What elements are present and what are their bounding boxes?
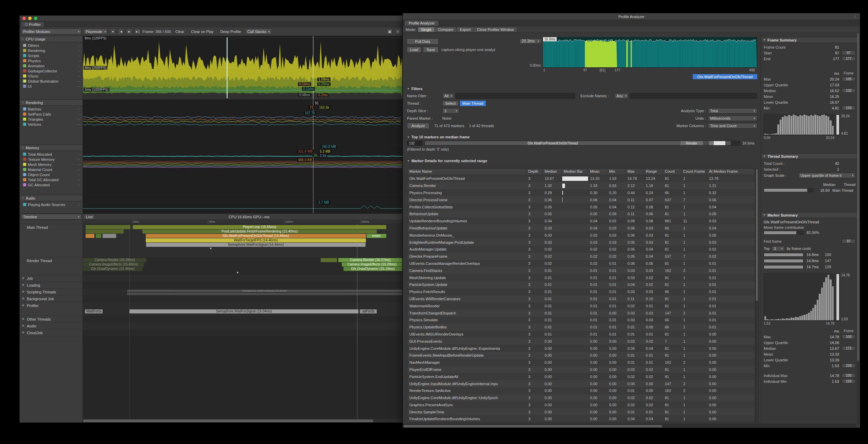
top-n-dropdown[interactable]: 3 ▾ — [772, 246, 785, 251]
zoom-window-button[interactable] — [34, 17, 37, 20]
thread-row[interactable]: Main Thread — [20, 224, 83, 257]
table-row[interactable]: Monobehaviour.OnMouse_ 3 0.03 0.03 0.03 … — [407, 232, 755, 239]
expand-icon[interactable]: ▶ — [22, 283, 25, 286]
table-row[interactable]: UIEvents.WillRenderCanvases 3 0.01 0.01 … — [407, 295, 755, 303]
frame-jump-button[interactable]: 97 — [842, 239, 855, 243]
analyze-button[interactable]: Analyze — [407, 123, 429, 129]
thread-select-button[interactable]: Select — [442, 101, 459, 106]
timeline-marker-bar[interactable]: Camera.ImageEffects (15.48ms) — [83, 262, 144, 267]
record-icon[interactable]: ● — [110, 29, 116, 34]
timeline-marker-bar[interactable] — [103, 234, 116, 238]
top10-foldout[interactable]: ▼ Top 10 markers on median frame — [407, 135, 470, 139]
table-row[interactable]: AudioManager.Update 3 0.02 0.02 0.02 0.0… — [407, 246, 755, 253]
expand-icon[interactable]: ▶ — [22, 331, 25, 334]
thread-median-row[interactable]: 16.50 Main Thread — [764, 187, 855, 193]
tab-profile-analyzer[interactable]: Profile Analyzer — [404, 20, 439, 26]
top10-segment[interactable]: Render — [680, 141, 703, 145]
analyzer-titlebar[interactable]: Profile Analyzer ⋮ — [403, 13, 860, 20]
table-row[interactable]: Camera.Render 3 1.32 1.33 0.93 2.12 1.19… — [407, 182, 755, 189]
timeline-marker-bar[interactable]: Semaphore.WaitForSignal (14.44ms) — [146, 243, 366, 247]
module-header-memory[interactable]: ⠿ Memory — [20, 145, 83, 151]
current-frame-icon[interactable]: ►| — [134, 29, 140, 34]
timeline-marker-bar[interactable] — [86, 234, 94, 238]
module-header-cpu-usage[interactable]: ⠿ CPU Usage — [20, 36, 83, 42]
timeline-marker-bar[interactable]: Gfx.DrawDynamic (15.19ms) — [343, 267, 402, 271]
expand-icon[interactable]: ▶ — [22, 317, 25, 320]
name-filter-input[interactable] — [456, 93, 575, 99]
clear-button[interactable]: Clear — [173, 29, 187, 34]
timeline-marker-bar[interactable]: Gfx.WaitForPresentOnGfxThread (14.46ms) — [146, 234, 366, 238]
table-row[interactable]: NavMeshManager 3 0.00 0.00 0.00 0.01 0.0… — [407, 359, 755, 366]
thread-row[interactable]: ▶ Loading — [20, 282, 83, 289]
table-row[interactable]: BehaviourUpdate 3 0.05 0.05 0.05 0.11 0.… — [407, 210, 755, 218]
frame-jump-button[interactable]: 177 — [842, 56, 855, 61]
marker-columns-dropdown[interactable]: Time and Count ▾ — [708, 123, 757, 129]
legend-item[interactable]: Mesh Memory — — [20, 162, 83, 167]
depth-slice-dropdown[interactable]: 3 ▾ — [442, 108, 459, 114]
frame-jump-button[interactable]: 159 — [842, 363, 855, 368]
table-row[interactable]: PlayerEndOfFrame 3 0.00 0.00 0.00 0.02 0… — [407, 366, 755, 373]
table-row[interactable]: UnityEngine.CoreModule.dll!UnityEngine::… — [407, 345, 755, 352]
legend-item[interactable]: UI — — [20, 84, 83, 89]
thread-row[interactable]: ▶ CloudJob — [20, 329, 83, 336]
table-vscrollbar[interactable] — [755, 168, 759, 423]
minimize-window-button[interactable] — [28, 17, 32, 20]
timeline-marker-bar[interactable]: Semaphore.WaitForSignal (15.04ms) — [129, 309, 358, 313]
scrollbar-thumb[interactable] — [756, 169, 758, 301]
graph-scale-dropdown[interactable]: Upper quartile of frame ti ▾ — [798, 173, 855, 178]
frame-jump-button[interactable]: 159 — [842, 379, 855, 383]
table-row[interactable]: Director.PrepareFrame 3 0.02 0.02 0.02 0… — [407, 253, 755, 260]
column-header[interactable]: Count Frame — [681, 169, 707, 175]
frame-jump-button[interactable]: 105 — [842, 77, 855, 81]
tab-profiler[interactable]: Profiler — [21, 21, 45, 27]
module-header-rendering[interactable]: ⠿ Rendering — [20, 100, 83, 106]
table-row[interactable]: Graphics.PresentAndSync 3 0.00 0.00 0.00… — [407, 402, 755, 409]
window-vscrollbar[interactable] — [857, 33, 860, 424]
expand-icon[interactable]: ▶ — [22, 304, 25, 307]
legend-item[interactable]: Scripts — — [20, 53, 83, 58]
column-header[interactable]: Median — [543, 169, 562, 175]
marker-range-slider[interactable] — [836, 273, 840, 321]
analysis-type-dropdown[interactable]: Total ▾ — [708, 108, 757, 114]
expand-icon[interactable]: ▶ — [22, 297, 25, 300]
table-row[interactable]: WatermarkRender 3 0.01 0.01 0.01 0.02 0.… — [407, 302, 755, 309]
table-row[interactable]: Camera.FindStacks 3 0.01 0.01 0.01 0.03 … — [407, 267, 755, 274]
timeline-marker-bar[interactable]: Gfx.DrawDynamic (15.46ms) — [83, 267, 143, 271]
pull-data-button[interactable]: Pull Data — [407, 38, 439, 45]
table-row[interactable]: Profiler.CollectGlobalStats 3 0.05 0.05 … — [407, 203, 755, 210]
legend-item[interactable]: Physics — — [20, 58, 83, 63]
timeline-track-area[interactable]: 0ms5ms10ms15ms PlayerLoop (16.65ms) Post… — [83, 220, 402, 423]
close-profiler-window-button[interactable]: Close Profiler Window — [474, 27, 517, 32]
frame-jump-button[interactable]: 147 — [825, 259, 831, 263]
table-row[interactable]: FrameEvents.NewInputBeforeRenderUpdate 3… — [407, 352, 755, 359]
column-header[interactable]: Count — [663, 169, 681, 175]
frame-jump-button[interactable]: 97 — [842, 51, 855, 55]
table-row[interactable]: UpdateRendererBoundingVolumes 3 0.04 0.0… — [407, 218, 755, 225]
timeline-marker-bar[interactable]: Camera.ImageEffects (15.28ms) — [342, 262, 402, 267]
column-header[interactable]: Median Bar — [562, 169, 588, 175]
legend-item[interactable]: Triangles — — [20, 117, 83, 122]
mode-compare-button[interactable]: Compare — [435, 27, 457, 32]
column-header[interactable]: Min — [607, 169, 625, 175]
column-header[interactable]: Max — [625, 169, 644, 175]
memory-chart[interactable]: 340.8 MB201.6 MB5.3 MB262.1k496.0 KB — [83, 145, 402, 195]
legend-item[interactable]: SetPass Calls — — [20, 112, 83, 117]
timeline-marker-bar[interactable]: PostLateUpdate.FinishFrameRendering (15.… — [142, 229, 377, 234]
marker-details-foldout[interactable]: ▼ Marker Details for currently selected … — [407, 159, 487, 163]
playmode-dropdown[interactable]: Playmode ▾ — [84, 29, 108, 34]
legend-item[interactable]: Global Illumination — — [20, 79, 83, 84]
frame-jump-button[interactable]: 132 — [842, 88, 855, 93]
scrollbar-thumb[interactable] — [857, 33, 859, 361]
table-row[interactable]: RenderTexture.SetActive 3 0.00 0.00 0.00… — [407, 387, 755, 394]
expand-icon[interactable]: ▶ — [22, 324, 25, 327]
audio-chart[interactable]: 2.7 MB — [83, 195, 402, 214]
frame-jump-button[interactable]: 159 — [842, 106, 855, 110]
save-button[interactable]: Save — [423, 47, 439, 53]
expand-icon[interactable]: ▶ — [22, 290, 25, 293]
live-button[interactable]: Live — [84, 214, 95, 220]
timeline-marker-bar[interactable]: Camera.Render (16.27ms) — [338, 258, 402, 262]
timeline-marker-bar[interactable] — [86, 229, 124, 234]
units-dropdown[interactable]: Milliseconds ▾ — [708, 116, 757, 121]
top10-segment[interactable] — [725, 141, 731, 145]
timeline-marker-bar[interactable]: PlayerLoop (16.65ms) — [133, 225, 386, 229]
